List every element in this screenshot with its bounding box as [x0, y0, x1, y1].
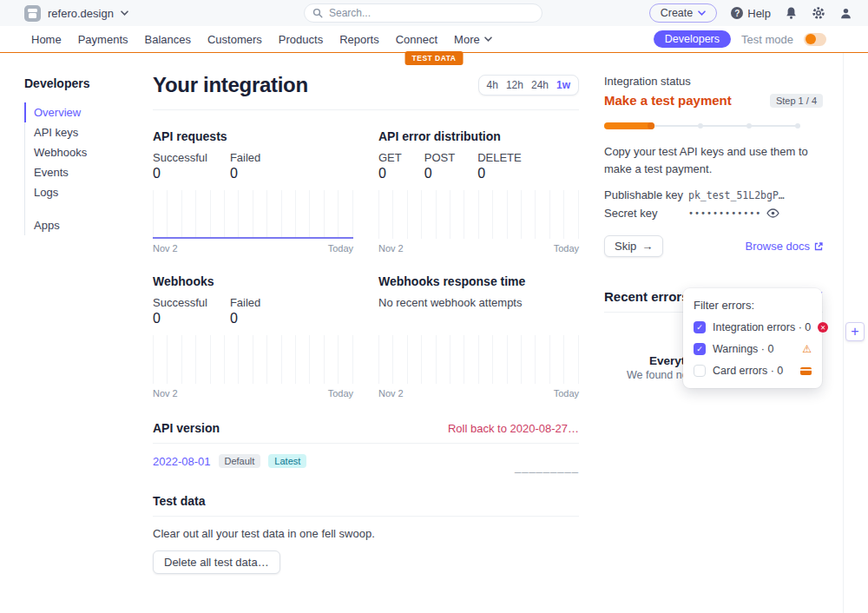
- create-button[interactable]: Create: [649, 3, 718, 23]
- nav-item-reports[interactable]: Reports: [339, 33, 379, 46]
- chevron-down-icon: [484, 36, 492, 42]
- browse-docs-link[interactable]: Browse docs: [746, 240, 823, 253]
- filter-popover-title: Filter errors:: [694, 299, 812, 312]
- nav-items: Home Payments Balances Customers Product…: [31, 33, 492, 46]
- sidebar-item-api-keys[interactable]: API keys: [24, 122, 137, 142]
- topbar: refero.design Create ? Help: [0, 0, 868, 26]
- external-link-icon: [814, 242, 823, 251]
- reveal-eye-icon[interactable]: [766, 208, 779, 218]
- status-description: Copy your test API keys and use them to …: [604, 143, 823, 177]
- stat-value: 0: [424, 166, 455, 181]
- sidebar-item-webhooks[interactable]: Webhooks: [24, 142, 137, 162]
- stat-label: Successful: [153, 296, 207, 309]
- notifications-bell-icon[interactable]: [785, 6, 798, 20]
- sidebar: Developers Overview API keys Webhooks Ev…: [24, 76, 137, 235]
- recent-errors-title: Recent errors: [604, 289, 689, 304]
- nav-item-customers[interactable]: Customers: [207, 33, 262, 46]
- range-12h[interactable]: 12h: [506, 79, 523, 91]
- filter-option-card-errors[interactable]: Card errors · 0: [694, 365, 812, 377]
- navbar: Home Payments Balances Customers Product…: [0, 26, 868, 53]
- sidebar-item-events[interactable]: Events: [24, 162, 137, 182]
- chart-start-label: Nov 2: [153, 243, 178, 254]
- chevron-down-icon: [121, 10, 128, 16]
- delete-test-data-button[interactable]: Delete all test data…: [153, 550, 280, 574]
- stat-value: 0: [153, 311, 207, 326]
- main-content: Your integration 4h 12h 24h 1w API reque…: [153, 73, 579, 574]
- time-range-selector: 4h 12h 24h 1w: [478, 75, 579, 96]
- errors-empty-title: Everyt: [649, 354, 685, 367]
- filter-option-integration-errors[interactable]: ✓ Integration errors · 0 ✕: [694, 321, 812, 333]
- checkbox-checked[interactable]: ✓: [694, 321, 706, 333]
- section-title: Webhooks: [153, 274, 353, 288]
- test-data-description: Clear out all your test data in one fell…: [153, 527, 579, 540]
- nav-item-more[interactable]: More: [454, 33, 492, 46]
- warning-triangle-icon: ⚠: [802, 344, 812, 354]
- checkbox-unchecked[interactable]: [694, 365, 706, 377]
- help-button[interactable]: ? Help: [731, 7, 771, 20]
- sidebar-item-logs[interactable]: Logs: [24, 182, 137, 202]
- filter-errors-popover: Filter errors: ✓ Integration errors · 0 …: [683, 288, 822, 388]
- chart-start-label: Nov 2: [153, 388, 178, 399]
- section-api-error-distribution: API error distribution GET0 POST0 DELETE…: [378, 129, 579, 254]
- sidebar-list: Overview API keys Webhooks Events Logs A…: [24, 102, 137, 235]
- search-input[interactable]: [304, 3, 542, 23]
- publishable-key-label: Publishable key: [604, 188, 688, 201]
- range-24h[interactable]: 24h: [531, 79, 549, 91]
- checkbox-checked[interactable]: ✓: [694, 343, 706, 355]
- add-plus-button[interactable]: +: [845, 322, 865, 341]
- nav-item-products[interactable]: Products: [279, 33, 323, 46]
- profile-person-icon[interactable]: [839, 7, 852, 20]
- account-switcher[interactable]: refero.design: [24, 5, 128, 22]
- nav-right: Developers Test mode: [654, 30, 842, 48]
- nav-item-connect[interactable]: Connect: [396, 33, 437, 46]
- no-webhook-attempts-note: No recent webhook attempts: [378, 296, 579, 309]
- progress-dot: [698, 123, 703, 129]
- stat-value: 0: [230, 311, 260, 326]
- test-mode-toggle[interactable]: [804, 33, 826, 46]
- api-keys: Publishable key pk_test_51L2bgP… Secret …: [604, 188, 823, 220]
- section-api-requests: API requests Successful0 Failed0 Nov 2 T…: [153, 129, 353, 254]
- step-badge: Step 1 / 4: [770, 94, 823, 108]
- filter-option-warnings[interactable]: ✓ Warnings · 0 ⚠: [694, 343, 812, 355]
- publishable-key-value[interactable]: pk_test_51L2bgP…: [688, 189, 785, 201]
- page: refero.design Create ? Help: [0, 0, 868, 613]
- sidebar-item-apps[interactable]: Apps: [24, 215, 137, 235]
- progress-dot: [795, 123, 800, 129]
- section-title: API version: [153, 421, 220, 435]
- secret-key-value: ••••••••••••: [688, 208, 761, 218]
- page-title-row: Your integration 4h 12h 24h 1w: [153, 73, 579, 110]
- nav-item-balances[interactable]: Balances: [145, 33, 191, 46]
- card-icon: [800, 367, 812, 375]
- settings-gear-icon[interactable]: [812, 6, 825, 20]
- nav-item-payments[interactable]: Payments: [78, 33, 128, 46]
- sidebar-item-overview[interactable]: Overview: [24, 102, 137, 122]
- chart-end-label: Today: [328, 243, 353, 254]
- stat-value: 0: [477, 166, 522, 181]
- api-error-distribution-chart: [378, 190, 579, 239]
- range-4h[interactable]: 4h: [487, 79, 498, 91]
- developers-badge[interactable]: Developers: [654, 30, 731, 48]
- stat-value: 0: [153, 166, 207, 181]
- errors-empty-text: We found no: [627, 369, 688, 381]
- nav-item-home[interactable]: Home: [31, 33, 62, 46]
- redacted-text: _________: [515, 460, 579, 473]
- latest-badge: Latest: [268, 454, 306, 468]
- api-requests-chart: [153, 190, 353, 239]
- progress-bar: [604, 122, 800, 129]
- charts-grid: API requests Successful0 Failed0 Nov 2 T…: [153, 129, 579, 399]
- chart-start-label: Nov 2: [378, 243, 404, 254]
- stat-label: DELETE: [477, 151, 522, 164]
- stat-label: POST: [424, 151, 455, 164]
- chart-end-label: Today: [554, 388, 579, 399]
- range-1w[interactable]: 1w: [556, 79, 570, 91]
- skip-button[interactable]: Skip →: [604, 235, 663, 257]
- api-version-link[interactable]: 2022-08-01: [153, 455, 211, 468]
- search-bar: [304, 3, 542, 23]
- integration-status-label: Integration status: [604, 75, 823, 88]
- rollback-link[interactable]: Roll back to 2020-08-27…: [448, 422, 579, 435]
- stat-label: GET: [378, 151, 402, 164]
- divider: [153, 516, 579, 517]
- section-title: API requests: [153, 129, 353, 143]
- search-icon: [312, 8, 323, 18]
- chart-end-label: Today: [328, 388, 353, 399]
